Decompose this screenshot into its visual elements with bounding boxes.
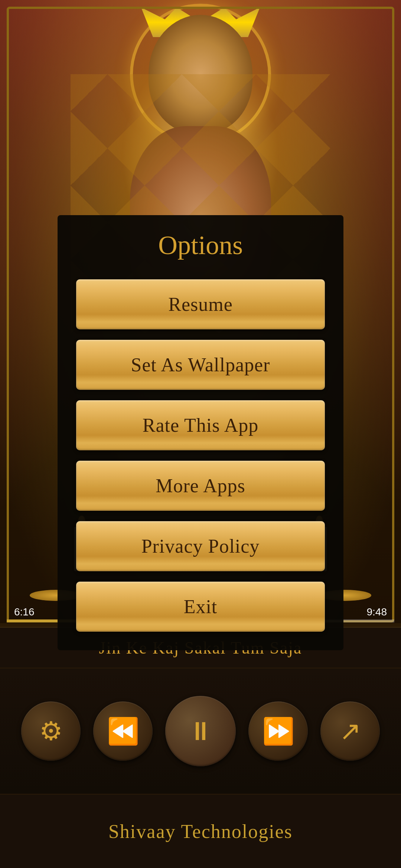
settings-button[interactable]: ⚙: [21, 701, 81, 761]
rewind-button[interactable]: ⏪: [93, 701, 153, 761]
footer-text: Shivaay Technologies: [108, 821, 293, 842]
rewind-icon: ⏪: [107, 716, 139, 746]
options-title: Options: [76, 230, 325, 261]
footer: Shivaay Technologies: [0, 794, 401, 868]
pause-button[interactable]: ⏸: [165, 696, 236, 766]
share-button[interactable]: ↗: [320, 701, 380, 761]
forward-button[interactable]: ⏩: [248, 701, 308, 761]
time-current: 6:16: [14, 606, 35, 618]
pause-icon: ⏸: [188, 716, 213, 746]
controls-bar: ⚙ ⏪ ⏸ ⏩ ↗: [0, 668, 401, 794]
rate-app-button[interactable]: Rate This App: [76, 400, 325, 450]
time-total: 9:48: [367, 606, 387, 618]
more-apps-button[interactable]: More Apps: [76, 461, 325, 511]
resume-button[interactable]: Resume: [76, 279, 325, 329]
share-icon: ↗: [339, 716, 361, 746]
settings-icon: ⚙: [39, 716, 63, 746]
forward-icon: ⏩: [262, 716, 294, 746]
exit-button[interactable]: Exit: [76, 582, 325, 632]
deity-head: [149, 15, 252, 134]
options-dialog: Options Resume Set As Wallpaper Rate Thi…: [58, 215, 343, 650]
set-wallpaper-button[interactable]: Set As Wallpaper: [76, 340, 325, 390]
privacy-policy-button[interactable]: Privacy Policy: [76, 521, 325, 571]
